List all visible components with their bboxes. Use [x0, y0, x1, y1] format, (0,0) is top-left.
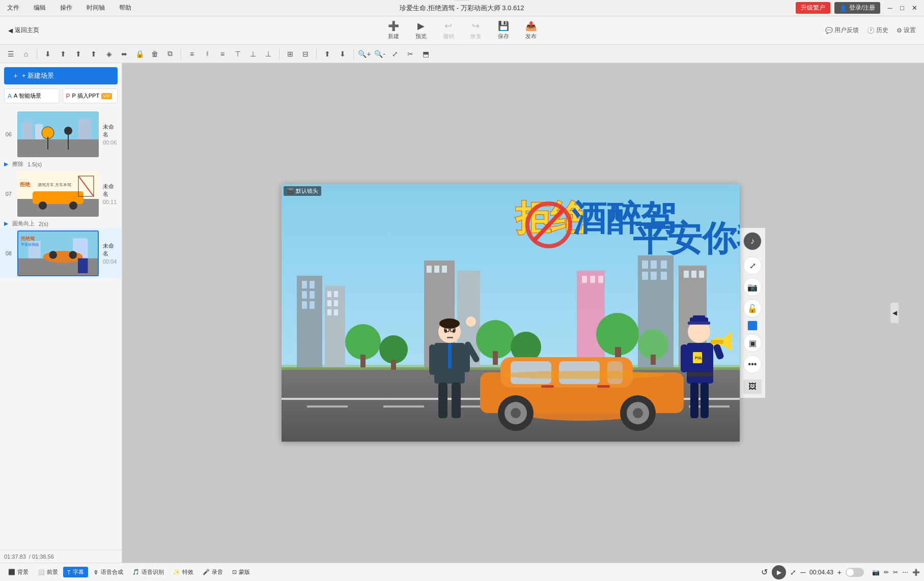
- svg-rect-61: [642, 272, 648, 280]
- menu-edit[interactable]: 编辑: [31, 2, 49, 14]
- align-down[interactable]: ⬇: [41, 47, 54, 61]
- smart-scene-button[interactable]: A A 智能场景: [4, 89, 60, 103]
- snapshot-btn[interactable]: 📷: [872, 569, 880, 576]
- back-button[interactable]: ◀ 返回主页: [8, 26, 39, 35]
- redo-button[interactable]: ↪ 恢复: [466, 18, 486, 42]
- lock-button[interactable]: 🔓: [743, 299, 762, 317]
- login-button[interactable]: 👤 登录/注册: [834, 2, 880, 14]
- align-btn-1[interactable]: ☰: [4, 47, 17, 61]
- more-btn[interactable]: ⋯: [902, 569, 908, 576]
- tab-subtitle[interactable]: T 字幕: [63, 567, 88, 577]
- align-up[interactable]: ⬆: [57, 47, 70, 61]
- toolbar-right: 💬 用户反馈 🕐 历史 ⚙ 设置: [825, 26, 916, 35]
- align-bot-edge[interactable]: ⊥: [262, 47, 275, 61]
- more-right-button[interactable]: •••: [743, 355, 762, 373]
- loop-toggle[interactable]: [846, 568, 864, 577]
- add-track-btn[interactable]: ➕: [912, 569, 920, 576]
- history-button[interactable]: 🕐 历史: [867, 26, 888, 35]
- tab-stt[interactable]: 🎵 语音识别: [128, 567, 168, 577]
- scene-item-06[interactable]: 06: [0, 109, 122, 159]
- publish-button[interactable]: 📤 发布: [521, 18, 541, 42]
- fit-screen[interactable]: ⤢: [388, 47, 402, 61]
- scene-item-07[interactable]: 07 拒绝 酒驾月车 月车: [0, 169, 122, 219]
- transition-1[interactable]: ▶ 擦除 1.5(s): [0, 159, 122, 169]
- expand-timeline-btn[interactable]: ▼: [455, 0, 470, 1]
- upgrade-button[interactable]: 升级繁户: [796, 2, 830, 14]
- zoom-plus-btn[interactable]: +: [837, 568, 842, 576]
- align-center-v[interactable]: ⫲: [201, 47, 214, 61]
- align-mid[interactable]: ◈: [102, 47, 116, 61]
- trim-btn[interactable]: ✂: [893, 569, 898, 576]
- menu-help[interactable]: 帮助: [116, 2, 134, 14]
- align-top-edge[interactable]: ⊤: [231, 47, 244, 61]
- order-front[interactable]: ⬆: [321, 47, 334, 61]
- plus-icon: ＋: [12, 71, 19, 80]
- camera-button[interactable]: 📷: [743, 278, 762, 296]
- bottom-controls: ⬛ 背景 ⬜ 前景 T 字幕 🎙 语音合成 🎵 语音识别 ✨ 特效 🎤 录音 ⊡: [0, 563, 924, 581]
- tab-record[interactable]: 🎤 录音: [199, 567, 227, 577]
- scene-canvas: 🎬 默认镜头: [282, 184, 740, 442]
- color-button[interactable]: [747, 321, 758, 331]
- go-back-btn[interactable]: ↺: [761, 567, 768, 577]
- preview-button[interactable]: ▶ 预览: [411, 18, 431, 42]
- maximize-button[interactable]: □: [897, 3, 908, 14]
- preview-small-button[interactable]: 🖼: [743, 380, 762, 394]
- tab-effects[interactable]: ✨ 特效: [169, 567, 198, 577]
- transition-2[interactable]: ▶ 圆角向上 2(s): [0, 219, 122, 228]
- scene-meta-06: 未命名 00:06: [103, 123, 118, 146]
- layer-button[interactable]: ▣: [743, 334, 762, 352]
- svg-point-22: [43, 251, 82, 263]
- align-top[interactable]: ⬆: [87, 47, 100, 61]
- tab-mask[interactable]: ⊡ 蒙版: [228, 567, 254, 577]
- fullscreen-button[interactable]: ⤢: [743, 256, 762, 275]
- flip-h[interactable]: ⬌: [118, 47, 131, 61]
- main-area: ＋ + 新建场景 A A 智能场景 P P 插入PPT VIP 06: [0, 63, 924, 563]
- edit-btn[interactable]: ✏: [884, 569, 889, 576]
- tab-background[interactable]: ⬛ 背景: [4, 567, 33, 577]
- order-back[interactable]: ⬇: [336, 47, 349, 61]
- copy-btn[interactable]: ⧉: [163, 47, 177, 61]
- transition-type-2: 圆角向上: [12, 220, 35, 227]
- svg-rect-1: [17, 139, 99, 157]
- zoom-in[interactable]: 🔍+: [358, 47, 371, 61]
- minimize-button[interactable]: ─: [884, 3, 895, 14]
- insert-ppt-button[interactable]: P P 插入PPT VIP: [63, 89, 118, 103]
- collapse-right-btn[interactable]: ◀: [890, 303, 899, 323]
- thumb-image-08: 拒绝驾 平安你我他: [17, 230, 99, 276]
- tab-tts[interactable]: 🎙 语音合成: [89, 567, 127, 577]
- new-scene-button[interactable]: ＋ + 新建场景: [4, 67, 118, 84]
- thumb-image-06: [17, 111, 99, 157]
- settings-button[interactable]: ⚙ 设置: [897, 26, 916, 35]
- save-button[interactable]: 💾 保存: [494, 18, 513, 42]
- zoom-out[interactable]: 🔍-: [373, 47, 386, 61]
- svg-rect-111: [452, 383, 461, 418]
- menu-ops[interactable]: 操作: [57, 2, 75, 14]
- align-right-edge[interactable]: ≡: [216, 47, 229, 61]
- align-btn-2[interactable]: ⌂: [19, 47, 33, 61]
- align-vert[interactable]: ⬆: [72, 47, 85, 61]
- menu-timeline[interactable]: 时间轴: [83, 2, 108, 14]
- play-pause-button[interactable]: ▶: [772, 565, 786, 579]
- scene-illustration: POLICE 拒绝 酒醉驾: [282, 184, 740, 442]
- lock-btn[interactable]: 🔒: [133, 47, 146, 61]
- tab-foreground[interactable]: ⬜ 前景: [34, 567, 62, 577]
- crop-btn[interactable]: ✂: [404, 47, 417, 61]
- music-button[interactable]: ♪: [743, 232, 762, 250]
- menu-file[interactable]: 文件: [4, 2, 22, 14]
- dist-h[interactable]: ⊞: [284, 47, 297, 61]
- new-button[interactable]: ➕ 新建: [384, 18, 403, 42]
- fullscreen-play-btn[interactable]: ⤢: [790, 568, 796, 576]
- close-button[interactable]: ✕: [909, 3, 920, 14]
- scene-item-08[interactable]: 08: [0, 228, 122, 278]
- window-controls: ─ □ ✕: [884, 3, 920, 14]
- delete-btn[interactable]: 🗑: [148, 47, 161, 61]
- dist-v[interactable]: ⊟: [299, 47, 312, 61]
- align-mid-h[interactable]: ⊥: [246, 47, 260, 61]
- app-title: 珍爱生命,拒绝酒驾 - 万彩动画大师 3.0.612: [400, 4, 524, 13]
- more-btn[interactable]: ⬒: [419, 47, 432, 61]
- feedback-button[interactable]: 💬 用户反馈: [825, 26, 859, 35]
- undo-button[interactable]: ↩ 撤销: [439, 18, 458, 42]
- svg-text:拒绝驾: 拒绝驾: [20, 236, 35, 241]
- zoom-minus-btn[interactable]: ─: [800, 568, 805, 576]
- align-left-edge[interactable]: ≡: [185, 47, 199, 61]
